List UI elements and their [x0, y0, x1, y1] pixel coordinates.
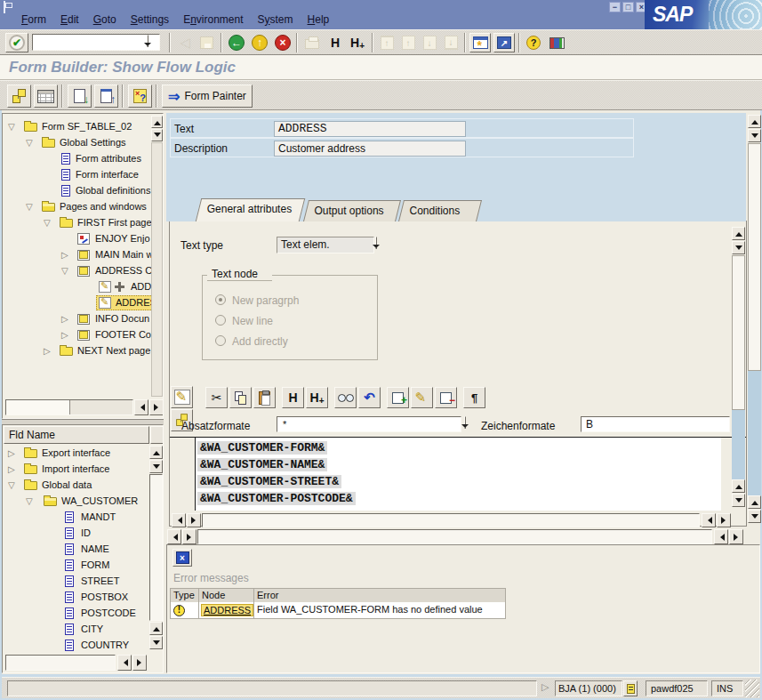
field-list-header[interactable]: Fld Name [4, 426, 149, 444]
field-item-wa-customer[interactable]: WA_CUSTOMER [3, 494, 163, 510]
customize-layout-icon[interactable] [546, 33, 567, 52]
scroll-up-button[interactable] [748, 115, 761, 128]
undo-icon[interactable]: ↶ [358, 387, 381, 408]
tree-item-main-window[interactable]: MAIN Main w [3, 247, 163, 263]
last-page-icon[interactable]: ↓ [441, 33, 461, 52]
tree-item-address-window[interactable]: ADDRESS C [3, 263, 163, 279]
tree-item-pages-and-windows[interactable]: Pages and windows [3, 199, 163, 215]
find-icon[interactable]: H [282, 387, 304, 408]
expander-open-icon[interactable] [26, 137, 38, 148]
create-shortcut-icon[interactable]: ↗ [493, 33, 515, 52]
field-item-import-interface[interactable]: Import interface [3, 462, 163, 478]
flow-logic-icon[interactable] [7, 84, 31, 108]
column-header-error[interactable]: Error [253, 588, 506, 603]
field-item-postbox[interactable]: POSTBOX [3, 590, 163, 606]
scroll-down-button[interactable] [748, 510, 761, 523]
scroll-left-button[interactable] [134, 399, 148, 415]
tab-conditions[interactable]: Conditions [398, 200, 482, 221]
scroll-left-button[interactable] [702, 513, 716, 527]
field-item-global-data[interactable]: Global data [3, 478, 163, 494]
expander-closed-icon[interactable] [61, 249, 74, 260]
display-mode-icon[interactable] [334, 387, 357, 408]
editor-edit-icon[interactable] [171, 386, 193, 408]
expander-closed-icon[interactable] [61, 329, 74, 340]
expander-closed-icon[interactable] [61, 313, 74, 324]
resize-grip[interactable] [745, 680, 759, 697]
column-header-type[interactable]: Type [170, 588, 199, 603]
tree-item-form-interface[interactable]: Form interface [3, 167, 163, 183]
tree-item-global-definitions[interactable]: Global definitions [3, 183, 163, 199]
modify-line-icon[interactable] [411, 387, 433, 408]
tree-item-form[interactable]: Form SF_TABLE_02 [3, 119, 163, 135]
expander-closed-icon[interactable] [8, 463, 20, 474]
horizontal-scrollbar-track[interactable] [202, 513, 700, 527]
tree-item-next-page[interactable]: NEXT Next page [3, 343, 163, 359]
field-item-id[interactable]: ID [3, 526, 163, 542]
vertical-scrollbar-track[interactable] [149, 474, 163, 621]
back-disabled-icon[interactable]: ◁ [175, 33, 195, 52]
scroll-left-button[interactable] [714, 529, 728, 544]
exit-icon[interactable]: ↑ [249, 33, 270, 52]
tree-item-global-settings[interactable]: Global Settings [3, 135, 163, 151]
first-page-icon[interactable]: ↑ [377, 33, 397, 52]
scroll-down-button[interactable] [732, 494, 745, 507]
horizontal-scrollbar-track[interactable] [5, 655, 116, 671]
tab-general-attributes[interactable]: General attributes [196, 198, 305, 221]
scroll-down-button[interactable] [151, 129, 163, 141]
status-server-field[interactable]: pawdf025 [646, 680, 708, 696]
export-icon[interactable]: ↑ [94, 84, 118, 108]
menu-goto[interactable]: Goto [86, 12, 124, 28]
text-editor[interactable]: &WA_CUSTOMER-FORM& &WA_CUSTOMER-NAME& &W… [195, 438, 721, 511]
scroll-left-button[interactable] [172, 513, 186, 527]
field-item-export-interface[interactable]: Export interface [3, 446, 163, 462]
tree-item-enjoy[interactable]: ENJOY Enjo [3, 231, 163, 247]
expander-closed-icon[interactable] [44, 345, 56, 356]
expander-open-icon[interactable] [8, 121, 20, 132]
scroll-down-button[interactable] [748, 129, 761, 142]
scroll-up-button[interactable] [748, 495, 761, 509]
menu-help[interactable]: Help [301, 12, 337, 28]
expander-open-icon[interactable] [26, 201, 38, 212]
expander-open-icon[interactable] [44, 217, 56, 228]
table-painter-icon[interactable] [34, 84, 58, 108]
insert-line-icon[interactable]: + [387, 387, 409, 408]
text-type-combobox[interactable]: Text elem. [277, 237, 374, 253]
scroll-right-button[interactable] [729, 529, 743, 544]
print-icon[interactable] [301, 33, 323, 52]
tree-item-form-attributes[interactable]: Form attributes [3, 151, 163, 167]
scroll-up-button[interactable] [732, 227, 745, 240]
expander-open-icon[interactable] [8, 479, 20, 490]
horizontal-scrollbar-track[interactable] [5, 399, 133, 415]
menu-edit[interactable]: Edit [53, 12, 86, 28]
paste-icon[interactable] [253, 387, 276, 408]
scroll-down-button[interactable] [149, 636, 163, 649]
scroll-left-button[interactable] [117, 655, 132, 671]
horizontal-scrollbar-track[interactable] [197, 529, 712, 544]
field-item-name[interactable]: NAME [3, 542, 163, 558]
previous-page-icon[interactable]: ↑ [398, 33, 418, 52]
expander-open-icon[interactable] [26, 495, 38, 506]
status-system-list-icon[interactable] [623, 680, 638, 696]
tree-item-footer-window[interactable]: FOOTER Co [3, 327, 163, 343]
field-item-postcode[interactable]: POSTCODE [3, 606, 163, 622]
scroll-right-button[interactable] [187, 513, 201, 527]
paragraph-format-dropdown-icon[interactable] [464, 416, 466, 429]
next-page-icon[interactable]: ↓ [420, 33, 439, 52]
scroll-up-button[interactable] [732, 479, 745, 493]
description-value-field[interactable]: Customer address [274, 141, 466, 157]
status-system-field[interactable]: BJA (1) (000) [555, 680, 622, 696]
menu-system[interactable]: System [251, 12, 301, 28]
paragraph-format-combobox[interactable]: * [277, 416, 461, 432]
field-item-country[interactable]: COUNTRY [3, 638, 163, 654]
vertical-scrollbar-thumb[interactable] [748, 143, 761, 371]
form-painter-button[interactable]: ⇒ Form Painter [162, 84, 253, 108]
scroll-up-button[interactable] [149, 446, 163, 459]
find-next-icon[interactable]: H+ [306, 387, 328, 408]
scroll-up-button[interactable] [149, 622, 163, 635]
character-format-field[interactable]: B [581, 416, 730, 432]
tree-item-info-window[interactable]: INFO Docun [3, 311, 163, 327]
field-item-form[interactable]: FORM [3, 558, 163, 574]
scroll-right-button[interactable] [132, 655, 147, 671]
scroll-left-button[interactable] [167, 529, 181, 544]
new-session-icon[interactable]: * [469, 33, 491, 52]
